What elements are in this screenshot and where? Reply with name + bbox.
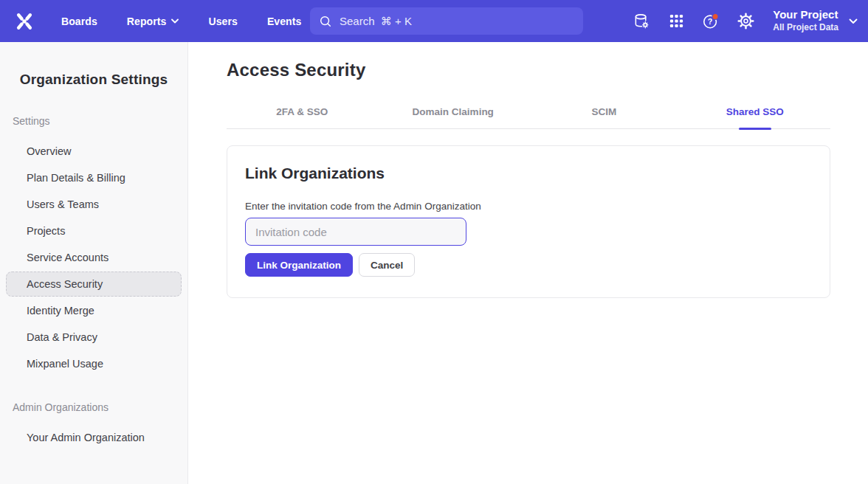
notification-dot (712, 13, 718, 19)
chevron-down-icon (849, 18, 858, 24)
invitation-code-input[interactable] (245, 218, 466, 246)
project-selector[interactable]: Your Project All Project Data (773, 8, 858, 33)
sidebar-item-plan-details-billing[interactable]: Plan Details & Billing (6, 165, 182, 190)
sidebar-item-data-privacy[interactable]: Data & Privacy (6, 325, 182, 350)
nav-right-cluster: ? Your Proj (633, 0, 858, 42)
nav-item-label: Boards (61, 15, 97, 27)
nav-item-events[interactable]: Events (267, 15, 302, 27)
tab-shared-sso[interactable]: Shared SSO (680, 97, 831, 128)
primary-nav-links: Boards Reports Users Events (61, 15, 301, 27)
nav-item-users[interactable]: Users (208, 15, 237, 27)
sidebar-item-your-admin-organization[interactable]: Your Admin Organization (6, 425, 182, 450)
mixpanel-logo[interactable] (13, 10, 35, 32)
data-management-icon[interactable] (633, 13, 650, 30)
link-organization-button[interactable]: Link Organization (245, 253, 353, 277)
sidebar-item-identity-merge[interactable]: Identity Merge (6, 298, 182, 323)
access-security-tabs: 2FA & SSO Domain Claiming SCIM Shared SS… (227, 97, 830, 129)
card-button-row: Link Organization Cancel (245, 253, 812, 277)
tab-scim[interactable]: SCIM (528, 97, 680, 128)
sidebar-item-access-security[interactable]: Access Security (6, 272, 182, 297)
sidebar-item-overview[interactable]: Overview (6, 139, 182, 164)
nav-item-label: Events (267, 15, 302, 27)
tab-domain-claiming[interactable]: Domain Claiming (378, 97, 529, 128)
search-input[interactable] (340, 15, 574, 27)
nav-item-boards[interactable]: Boards (61, 15, 97, 27)
nav-item-label: Users (208, 15, 237, 27)
global-search[interactable] (310, 7, 583, 35)
nav-item-label: Reports (127, 15, 167, 27)
tab-2fa-sso[interactable]: 2FA & SSO (227, 97, 378, 128)
project-selector-text: Your Project All Project Data (773, 8, 838, 33)
main-content: Access Security 2FA & SSO Domain Claimin… (188, 42, 868, 484)
settings-gear-icon[interactable] (737, 13, 754, 30)
help-icon[interactable]: ? (702, 13, 720, 30)
top-navigation-bar: Boards Reports Users Events (0, 0, 868, 42)
apps-grid-icon[interactable] (667, 13, 685, 30)
page-title: Access Security (227, 60, 830, 80)
sidebar-item-mixpanel-usage[interactable]: Mixpanel Usage (6, 351, 182, 376)
card-title: Link Organizations (245, 165, 812, 182)
sidebar-section-settings-label: Settings (13, 115, 187, 127)
project-scope: All Project Data (773, 22, 838, 34)
search-icon (319, 15, 332, 28)
sidebar-item-service-accounts[interactable]: Service Accounts (6, 245, 182, 270)
sidebar-item-projects[interactable]: Projects (6, 218, 182, 243)
org-settings-sidebar: Organization Settings Settings Overview … (0, 42, 188, 484)
project-name: Your Project (773, 8, 838, 22)
cancel-button[interactable]: Cancel (359, 253, 415, 277)
sidebar-item-users-teams[interactable]: Users & Teams (6, 192, 182, 217)
sidebar-section-admin-orgs-label: Admin Organizations (13, 401, 187, 413)
svg-text:?: ? (708, 17, 712, 26)
settings-item-list: Overview Plan Details & Billing Users & … (0, 139, 187, 376)
sidebar-title: Organization Settings (0, 72, 187, 88)
link-organizations-card: Link Organizations Enter the invitation … (227, 145, 830, 298)
admin-orgs-item-list: Your Admin Organization (0, 425, 187, 450)
chevron-down-icon (171, 18, 179, 24)
nav-item-reports[interactable]: Reports (127, 15, 179, 27)
invitation-code-label: Enter the invitation code from the Admin… (245, 201, 812, 212)
